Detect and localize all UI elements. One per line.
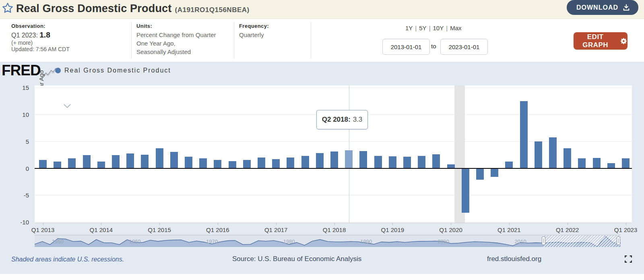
fullscreen-icon (624, 255, 633, 263)
bar-2014-Q1[interactable] (97, 162, 105, 168)
bar-2014-Q2[interactable] (112, 155, 120, 168)
fullscreen-button[interactable] (623, 254, 634, 265)
x-tick (392, 223, 393, 225)
meta-bar: Observation: Q1 2023: 1.8 (+ more) Updat… (0, 19, 644, 62)
bar-2013-Q1[interactable] (39, 160, 47, 168)
bar-2016-Q2[interactable] (229, 161, 236, 168)
bar-2015-Q2[interactable] (170, 152, 178, 168)
y-tick-label: 15 (6, 84, 29, 91)
bar-2015-Q4[interactable] (199, 158, 207, 168)
date-range-navigator[interactable]: 1950196019701980199020002010 (35, 235, 621, 247)
x-tick-label: Q1 2018 (316, 226, 353, 233)
recessions-note-link[interactable]: Shaded areas indicate U.S. recessions. (11, 256, 124, 263)
observation-date: Q1 2023: (11, 32, 38, 39)
date-to-input[interactable] (440, 39, 488, 55)
bar-2022-Q3[interactable] (593, 158, 601, 168)
gridline (35, 141, 632, 142)
bar-2014-Q3[interactable] (126, 153, 134, 168)
range-link-10y[interactable]: 10Y (432, 25, 445, 31)
bar-2021-Q3[interactable] (535, 141, 542, 168)
x-tick (509, 223, 510, 225)
legend-marker-icon (55, 68, 61, 73)
x-tick-label: Q1 2019 (374, 226, 411, 233)
edit-graph-label: EDIT GRAPH (574, 33, 617, 49)
bar-2016-Q3[interactable] (243, 160, 251, 168)
page-bottom-strip (0, 274, 644, 280)
site-url: fred.stlouisfed.org (487, 255, 541, 263)
units-value: Percent Change from Quarter One Year Ago… (136, 31, 216, 56)
bar-2018-Q2[interactable] (345, 150, 353, 168)
range-separator: | (444, 25, 449, 31)
bar-2022-Q2[interactable] (578, 158, 586, 168)
frequency-value: Quarterly (239, 31, 269, 39)
title-bar: Real Gross Domestic Product(A191RO1Q156N… (0, 0, 644, 19)
bar-2015-Q1[interactable] (156, 148, 163, 168)
navigator-year-label: 1970 (206, 239, 218, 245)
divider (131, 22, 132, 58)
bar-2019-Q2[interactable] (403, 157, 411, 168)
plot-area[interactable]: Q2 2018: 3.3 (35, 85, 632, 223)
bar-2016-Q1[interactable] (214, 160, 221, 168)
bar-2021-Q1[interactable] (505, 162, 513, 168)
range-link-max[interactable]: Max (449, 25, 462, 31)
navigator-year-label: 1960 (129, 239, 141, 245)
bar-2021-Q4[interactable] (549, 137, 557, 168)
x-tick-label: Q1 2023 (608, 226, 644, 233)
x-axis-line (35, 223, 632, 223)
x-tick-label: Q1 2022 (549, 226, 586, 233)
bar-2013-Q2[interactable] (54, 162, 61, 168)
bar-2018-Q1[interactable] (330, 151, 338, 168)
bar-2013-Q4[interactable] (83, 155, 91, 168)
more-observations-link[interactable]: (+ more) (11, 39, 70, 46)
bar-2023-Q1[interactable] (622, 158, 630, 168)
bar-2014-Q4[interactable] (141, 155, 149, 168)
bar-2013-Q3[interactable] (68, 158, 76, 168)
bar-2016-Q4[interactable] (258, 158, 265, 168)
bar-2015-Q3[interactable] (185, 157, 192, 168)
bar-2017-Q1[interactable] (272, 159, 280, 168)
bar-2021-Q2[interactable] (520, 101, 528, 168)
range-link-1y[interactable]: 1Y (405, 25, 413, 31)
hover-tooltip: Q2 2018: 3.3 (316, 110, 368, 129)
bar-2017-Q4[interactable] (316, 153, 324, 168)
x-tick-label: Q1 2021 (491, 226, 527, 233)
observation-value-line: Q1 2023: 1.8 (11, 31, 70, 39)
bar-2019-Q4[interactable] (432, 154, 440, 168)
series-legend[interactable]: Real Gross Domestic Product (55, 67, 171, 74)
x-tick (43, 223, 43, 225)
range-separator: | (427, 25, 432, 31)
source-attribution: Source: U.S. Bureau of Economic Analysis (232, 255, 361, 263)
download-button[interactable]: DOWNLOAD (567, 0, 638, 15)
favorite-star-icon[interactable] (2, 2, 14, 14)
x-tick (568, 223, 568, 225)
zero-axis-line (35, 168, 632, 169)
bar-2017-Q3[interactable] (301, 156, 309, 168)
download-icon (622, 4, 630, 12)
x-tick (218, 223, 218, 225)
bar-2020-Q2[interactable] (462, 168, 469, 213)
navigator-handle-right[interactable] (617, 236, 620, 245)
tooltip-period: Q2 2018: (322, 116, 351, 124)
bar-2017-Q2[interactable] (287, 158, 294, 168)
bar-2020-Q4[interactable] (491, 168, 498, 177)
navigator-handle-left[interactable] (542, 236, 545, 245)
gridline (35, 87, 632, 88)
bar-2022-Q1[interactable] (564, 148, 571, 168)
y-tick-label: -10 (6, 219, 29, 226)
bar-2019-Q1[interactable] (389, 156, 396, 168)
x-tick (101, 223, 101, 225)
observation-block: Observation: Q1 2023: 1.8 (+ more) Updat… (11, 23, 70, 52)
bar-2018-Q4[interactable] (374, 156, 382, 168)
x-tick (159, 223, 160, 225)
navigator-selected-range[interactable] (543, 235, 621, 247)
fred-logo[interactable]: FRED (2, 62, 57, 79)
edit-graph-button[interactable]: EDIT GRAPH (574, 32, 627, 50)
gridline (35, 222, 632, 222)
bar-2020-Q3[interactable] (476, 168, 484, 180)
bar-2019-Q3[interactable] (418, 156, 425, 168)
date-from-input[interactable] (382, 39, 430, 55)
y-tick-label: 10 (6, 111, 29, 118)
updated-timestamp: Updated: 7:56 AM CDT (11, 46, 70, 52)
bar-2018-Q3[interactable] (359, 151, 367, 168)
range-link-5y[interactable]: 5Y (418, 25, 427, 31)
